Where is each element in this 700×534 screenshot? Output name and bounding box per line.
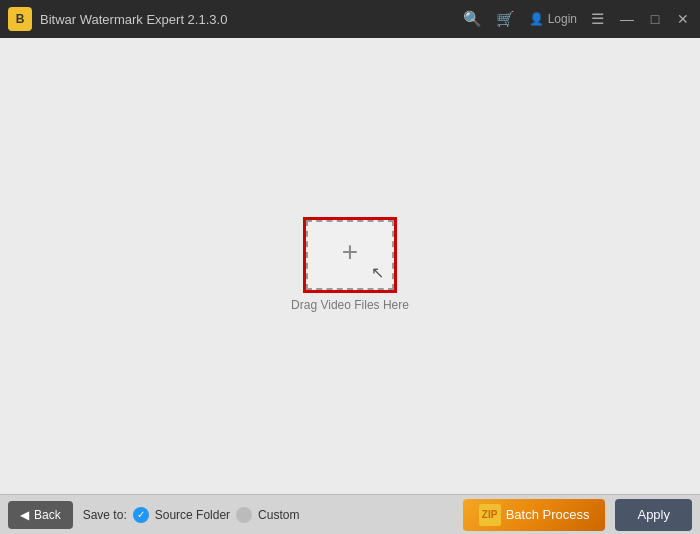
back-icon: ◀ — [20, 508, 29, 522]
drop-zone-wrapper: + ↖ Drag Video Files Here — [291, 220, 409, 312]
menu-icon[interactable]: ☰ — [591, 10, 604, 28]
search-icon[interactable]: 🔍 — [463, 10, 482, 28]
custom-label: Custom — [258, 508, 299, 522]
window-controls: — □ ✕ — [618, 11, 692, 27]
source-folder-label: Source Folder — [155, 508, 230, 522]
back-label: Back — [34, 508, 61, 522]
login-label: Login — [548, 12, 577, 26]
source-folder-radio[interactable]: ✓ — [133, 507, 149, 523]
main-content: + ↖ Drag Video Files Here — [0, 38, 700, 494]
app-title: Bitwar Watermark Expert 2.1.3.0 — [40, 12, 455, 27]
titlebar: B Bitwar Watermark Expert 2.1.3.0 🔍 🛒 👤 … — [0, 0, 700, 38]
minimize-button[interactable]: — — [618, 11, 636, 27]
close-button[interactable]: ✕ — [674, 11, 692, 27]
back-button[interactable]: ◀ Back — [8, 501, 73, 529]
drag-label: Drag Video Files Here — [291, 298, 409, 312]
bottombar: ◀ Back Save to: ✓ Source Folder Custom Z… — [0, 494, 700, 534]
ribbon-label: ZIP — [482, 509, 498, 520]
app-logo: B — [8, 7, 32, 31]
cart-icon[interactable]: 🛒 — [496, 10, 515, 28]
batch-process-label: Batch Process — [506, 507, 590, 522]
add-icon: + — [342, 238, 358, 266]
titlebar-icons: 🔍 🛒 👤 Login ☰ — [463, 10, 604, 28]
save-to-section: Save to: ✓ Source Folder Custom — [83, 507, 453, 523]
batch-ribbon-icon: ZIP — [479, 504, 501, 526]
drop-zone[interactable]: + ↖ — [306, 220, 394, 290]
login-button[interactable]: 👤 Login — [529, 12, 577, 26]
save-to-label: Save to: — [83, 508, 127, 522]
apply-button[interactable]: Apply — [615, 499, 692, 531]
cursor-icon: ↖ — [371, 263, 384, 282]
batch-process-button[interactable]: ZIP Batch Process — [463, 499, 606, 531]
logo-text: B — [16, 12, 25, 26]
maximize-button[interactable]: □ — [646, 11, 664, 27]
user-icon: 👤 — [529, 12, 544, 26]
apply-label: Apply — [637, 507, 670, 522]
custom-radio[interactable] — [236, 507, 252, 523]
